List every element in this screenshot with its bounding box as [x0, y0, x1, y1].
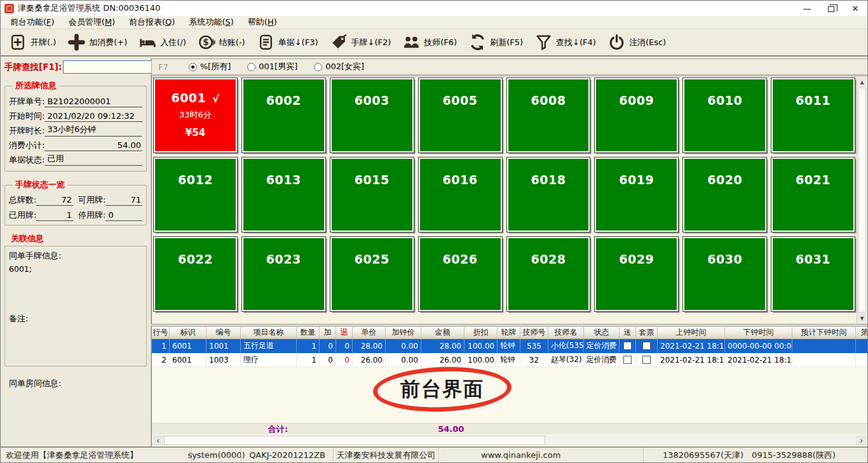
hand-card-6023[interactable]: 6023 [242, 237, 325, 311]
hand-card-6009[interactable]: 6009 [595, 78, 678, 152]
column-header[interactable]: 上钟时间 [658, 326, 725, 339]
column-header[interactable]: 标识 [170, 326, 207, 339]
toolbar-button-hand-card-tag[interactable]: 手牌↓(F2) [325, 30, 398, 55]
stat-label: 总牌数: [9, 194, 36, 206]
column-header[interactable]: 技师号 [520, 326, 548, 339]
column-header[interactable]: 折扣 [465, 326, 498, 339]
hand-card-6026[interactable]: 6026 [419, 237, 502, 311]
checkbox[interactable] [642, 356, 651, 364]
column-header[interactable]: 状态 [584, 326, 620, 339]
hand-card-6013[interactable]: 6013 [242, 158, 325, 232]
hand-card-6010[interactable]: 6010 [683, 78, 766, 152]
scroll-up-arrow-icon[interactable]: ▲ [857, 77, 867, 87]
column-header[interactable]: 项目名称 [241, 326, 297, 339]
column-header[interactable]: 加钟价 [386, 326, 421, 339]
toolbar-button-logout-power[interactable]: 注消(Esc) [603, 30, 673, 55]
toolbar-button-label: 技师(F6) [424, 37, 457, 48]
table-horizontal-scrollbar[interactable]: ‹ › [153, 435, 867, 446]
toolbar-button-refresh-arrows[interactable]: 刷新(F5) [464, 30, 530, 55]
menu-item-f[interactable]: 前台功能(F) [3, 15, 62, 29]
menu-item-m[interactable]: 会员管理(M) [62, 15, 122, 29]
column-header[interactable]: 行号 [152, 326, 170, 339]
table-cell: 6001 [170, 353, 207, 367]
column-header[interactable]: 金额 [421, 326, 465, 339]
close-button[interactable]: ✕ [843, 1, 867, 16]
consumption-table-area: 行号标识编号项目名称数量加退单价加钟价金额折扣轮牌技师号技师名状态送套票上钟时间… [151, 326, 868, 447]
toolbar-button-check-in-bed[interactable]: 入住(/) [134, 30, 193, 55]
hand-card-grid-area: 6001√33时6分¥54600260036005600860096010601… [151, 76, 868, 325]
column-header[interactable]: 送 [620, 326, 636, 339]
toolbar-button-label: 注消(Esc) [629, 37, 666, 48]
column-header[interactable]: 技师名 [548, 326, 584, 339]
hand-card-6016[interactable]: 6016 [419, 158, 502, 232]
stat-value: 0 [105, 210, 142, 221]
column-header[interactable]: 套票 [636, 326, 658, 339]
hand-card-6021[interactable]: 6021 [771, 158, 855, 232]
card-area-vertical-scrollbar[interactable]: ▲ ▼ [857, 77, 867, 323]
hand-card-6008[interactable]: 6008 [507, 78, 590, 152]
hand-card-6020[interactable]: 6020 [683, 158, 766, 232]
table-cell: 0 [336, 339, 353, 353]
toolbar-button-add-consume-plus[interactable]: 加消费(+) [63, 30, 134, 55]
table-row[interactable]: 260011003理疗10026.000.0026.00100.00轮钟32赵琴… [152, 353, 868, 367]
scroll-left-arrow-icon[interactable]: ‹ [153, 435, 163, 446]
column-header[interactable]: 退 [336, 326, 353, 339]
checkbox[interactable] [642, 342, 651, 350]
card-search-input[interactable] [63, 60, 153, 74]
vertical-scroll-thumb[interactable] [858, 88, 866, 312]
hand-card-6018[interactable]: 6018 [507, 158, 590, 232]
toolbar-button-find-funnel[interactable]: 查找↓(F4) [530, 30, 603, 55]
hand-card-6028[interactable]: 6028 [507, 237, 590, 311]
column-header[interactable]: 加 [320, 326, 336, 339]
toolbar-button-technicians-people[interactable]: 技师(F6) [398, 30, 464, 55]
card-number: 6019 [596, 173, 677, 187]
table-cell [636, 339, 658, 353]
column-header[interactable]: 数量 [297, 326, 320, 339]
menu-item-h[interactable]: 帮助(H) [241, 15, 284, 29]
card-number: 6018 [508, 173, 589, 187]
hand-card-6011[interactable]: 6011 [771, 78, 855, 152]
column-header[interactable]: 下钟时间 [725, 326, 792, 339]
hand-card-6003[interactable]: 6003 [330, 78, 414, 152]
toolbar-button-open-card[interactable]: 开牌(.) [4, 30, 63, 55]
toolbar-button-settle-coin[interactable]: $结账(-) [193, 30, 252, 55]
area-radio-option-1[interactable]: 001[男宾] [247, 61, 297, 72]
restore-button[interactable] [819, 1, 843, 16]
column-header[interactable]: 轮牌 [498, 326, 520, 339]
hand-card-6031[interactable]: 6031 [771, 237, 855, 311]
hand-card-6025[interactable]: 6025 [330, 237, 414, 311]
hand-card-6030[interactable]: 6030 [683, 237, 766, 311]
horizontal-scroll-thumb[interactable] [164, 436, 545, 445]
column-header[interactable]: 预计下钟时间 [792, 326, 856, 339]
area-radio-option-2[interactable]: 002[女宾] [314, 61, 364, 72]
status-segment-0: 欢迎使用【津秦桑拿足浴管理系统】 [1, 448, 191, 462]
toolbar-button-label: 手牌↓(F2) [351, 37, 391, 48]
minimize-button[interactable]: — [795, 1, 819, 16]
hand-card-6015[interactable]: 6015 [330, 158, 414, 232]
card-search-label: 手牌查找[F1]: [4, 62, 62, 73]
menu-item-q[interactable]: 前台报表(Q) [122, 15, 182, 29]
find-funnel-icon [535, 34, 552, 51]
column-header[interactable]: 单价 [353, 326, 386, 339]
field-label: 消费小计: [9, 140, 44, 151]
column-header[interactable]: 编号 [207, 326, 241, 339]
hand-card-6001[interactable]: 6001√33时6分¥54 [154, 78, 237, 152]
note-label: 备注: [9, 313, 142, 325]
hand-card-6002[interactable]: 6002 [242, 78, 325, 152]
hand-card-6022[interactable]: 6022 [154, 237, 237, 311]
area-radio-option-0[interactable]: %[所有] [189, 61, 231, 72]
hand-card-6005[interactable]: 6005 [419, 78, 502, 152]
radio-label: 001[男宾] [259, 61, 297, 72]
checkbox[interactable] [623, 342, 632, 350]
menu-item-s[interactable]: 系统功能(S) [182, 15, 240, 29]
scroll-down-arrow-icon[interactable]: ▼ [857, 313, 867, 323]
toolbar-button-receipt-document[interactable]: 单据↓(F3) [252, 30, 325, 55]
hand-card-6029[interactable]: 6029 [595, 237, 678, 311]
hand-card-6012[interactable]: 6012 [154, 158, 237, 232]
table-row[interactable]: 160011001五行足道10028.000.0028.00100.00轮钟53… [152, 339, 868, 353]
hand-card-6019[interactable]: 6019 [595, 158, 678, 232]
checkbox[interactable] [623, 356, 632, 364]
selected-card-info-title: 所选牌信息 [13, 80, 59, 91]
scroll-right-arrow-icon[interactable]: › [856, 435, 867, 446]
column-header[interactable]: 第二 [856, 326, 868, 339]
